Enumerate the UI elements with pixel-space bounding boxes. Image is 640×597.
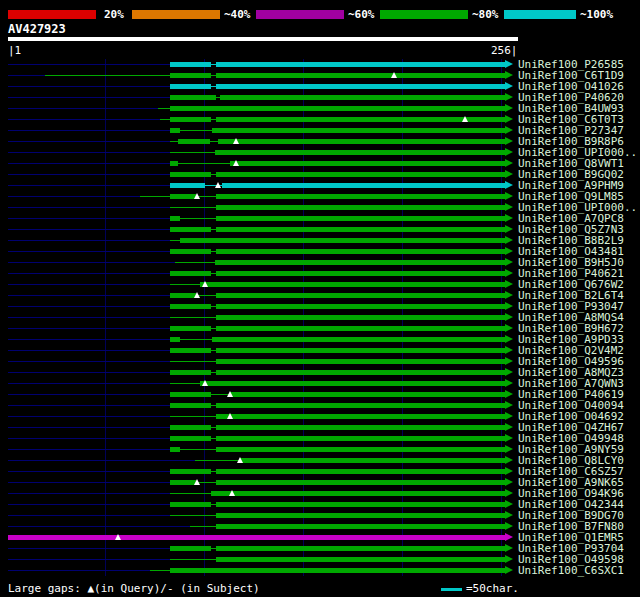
alignment-bar-segment[interactable] xyxy=(170,152,215,153)
alignment-bar-segment[interactable] xyxy=(216,227,505,232)
alignment-bar-segment[interactable] xyxy=(216,469,505,474)
alignment-bar-segment[interactable] xyxy=(170,128,180,133)
alignment-row[interactable]: UniRef100_C6SXC1 xyxy=(0,565,640,576)
alignment-bar-segment[interactable] xyxy=(216,73,505,78)
alignment-bar-segment[interactable] xyxy=(216,62,505,67)
alignment-bar-segment[interactable] xyxy=(170,240,180,241)
alignment-bar-segment[interactable] xyxy=(200,282,505,287)
alignment-bar-segment[interactable] xyxy=(170,348,211,353)
alignment-bar-segment[interactable] xyxy=(216,304,505,309)
alignment-bar-segment[interactable] xyxy=(170,106,505,111)
alignment-bar-segment[interactable] xyxy=(216,425,505,430)
alignment-bar-segment[interactable] xyxy=(170,161,178,166)
alignment-bar-segment[interactable] xyxy=(170,436,211,441)
alignment-bar-segment[interactable] xyxy=(200,381,505,386)
alignment-bar-segment[interactable] xyxy=(170,425,211,430)
alignment-bar-segment[interactable] xyxy=(170,370,211,375)
alignment-bar-segment[interactable] xyxy=(170,62,211,67)
alignment-bar-segment[interactable] xyxy=(190,526,216,527)
alignment-bar-segment[interactable] xyxy=(216,194,505,199)
alignment-bar-segment[interactable] xyxy=(170,227,211,232)
alignment-bar-segment[interactable] xyxy=(216,315,505,320)
alignment-bar-segment[interactable] xyxy=(170,383,200,384)
alignment-bar-segment[interactable] xyxy=(170,249,211,254)
alignment-bar-segment[interactable] xyxy=(180,339,212,340)
alignment-bar-segment[interactable] xyxy=(216,447,505,452)
alignment-bar-segment[interactable] xyxy=(45,75,170,76)
alignment-bar-segment[interactable] xyxy=(170,568,505,573)
alignment-bar-segment[interactable] xyxy=(216,436,505,441)
alignment-bar-segment[interactable] xyxy=(215,150,505,155)
alignment-bar-segment[interactable] xyxy=(180,238,505,243)
alignment-bar-segment[interactable] xyxy=(170,337,180,342)
alignment-bar-segment[interactable] xyxy=(170,469,211,474)
alignment-bar-segment[interactable] xyxy=(170,95,216,100)
alignment-bar-segment[interactable] xyxy=(170,172,211,177)
alignment-bar-segment[interactable] xyxy=(216,216,505,221)
alignment-bar-segment[interactable] xyxy=(212,337,505,342)
alignment-bar-segment[interactable] xyxy=(216,370,505,375)
alignment-bar-segment[interactable] xyxy=(160,119,170,120)
alignment-bar-segment[interactable] xyxy=(216,326,505,331)
alignment-bar-segment[interactable] xyxy=(180,449,216,450)
alignment-bar-segment[interactable] xyxy=(216,271,505,276)
alignment-bar-segment[interactable] xyxy=(170,293,196,298)
alignment-bar-segment[interactable] xyxy=(170,515,216,516)
alignment-bar-segment[interactable] xyxy=(170,141,178,142)
alignment-bar-segment[interactable] xyxy=(216,348,505,353)
alignment-bar-segment[interactable] xyxy=(230,161,505,166)
alignment-bar-segment[interactable] xyxy=(240,458,505,463)
alignment-bar-segment[interactable] xyxy=(216,84,505,89)
alignment-bar-segment[interactable] xyxy=(140,196,170,197)
alignment-bar-segment[interactable] xyxy=(210,141,218,142)
alignment-bar-segment[interactable] xyxy=(170,546,211,551)
alignment-bar-segment[interactable] xyxy=(218,139,505,144)
hit-label[interactable]: UniRef100_C6SXC1 xyxy=(518,565,624,576)
alignment-bar-segment[interactable] xyxy=(216,249,505,254)
alignment-bar-segment[interactable] xyxy=(170,271,211,276)
alignment-bar-segment[interactable] xyxy=(170,403,211,408)
alignment-bar-segment[interactable] xyxy=(170,317,216,318)
alignment-bar-segment[interactable] xyxy=(216,403,505,408)
alignment-bar-segment[interactable] xyxy=(216,293,505,298)
alignment-bar-segment[interactable] xyxy=(170,73,211,78)
alignment-bar-segment[interactable] xyxy=(170,194,196,199)
alignment-bar-segment[interactable] xyxy=(170,392,211,397)
alignment-bar-segment[interactable] xyxy=(216,502,505,507)
alignment-bar-segment[interactable] xyxy=(170,361,216,362)
alignment-bar-segment[interactable] xyxy=(170,416,216,417)
alignment-bar-segment[interactable] xyxy=(170,304,211,309)
alignment-bar-segment[interactable] xyxy=(170,207,216,208)
alignment-bar-segment[interactable] xyxy=(222,183,505,188)
alignment-bar-segment[interactable] xyxy=(170,493,211,494)
alignment-bar-segment[interactable] xyxy=(170,447,180,452)
alignment-bar-segment[interactable] xyxy=(195,460,240,461)
alignment-bar-segment[interactable] xyxy=(175,262,215,263)
alignment-bar-segment[interactable] xyxy=(216,524,505,529)
alignment-bar-segment[interactable] xyxy=(170,480,196,485)
alignment-bar-segment[interactable] xyxy=(216,359,505,364)
alignment-bar-segment[interactable] xyxy=(211,491,505,496)
alignment-bar-segment[interactable] xyxy=(216,480,505,485)
alignment-bar-segment[interactable] xyxy=(215,260,505,265)
alignment-bar-segment[interactable] xyxy=(170,183,205,188)
alignment-bar-segment[interactable] xyxy=(170,559,216,560)
alignment-bar-segment[interactable] xyxy=(230,392,505,397)
alignment-bar-segment[interactable] xyxy=(170,216,180,221)
alignment-bar-segment[interactable] xyxy=(150,570,170,571)
alignment-bar-segment[interactable] xyxy=(170,117,211,122)
alignment-bar-segment[interactable] xyxy=(178,139,210,144)
alignment-bar-segment[interactable] xyxy=(178,163,230,164)
alignment-bar-segment[interactable] xyxy=(170,284,200,285)
alignment-bar-segment[interactable] xyxy=(216,546,505,551)
alignment-bar-segment[interactable] xyxy=(8,535,505,540)
alignment-bar-segment[interactable] xyxy=(216,513,505,518)
alignment-bar-segment[interactable] xyxy=(216,205,505,210)
alignment-bar-segment[interactable] xyxy=(212,128,505,133)
alignment-bar-segment[interactable] xyxy=(180,218,216,219)
alignment-bar-segment[interactable] xyxy=(216,172,505,177)
alignment-bar-segment[interactable] xyxy=(170,84,211,89)
alignment-bar-segment[interactable] xyxy=(170,326,211,331)
alignment-bar-segment[interactable] xyxy=(220,95,505,100)
alignment-bar-segment[interactable] xyxy=(216,414,505,419)
